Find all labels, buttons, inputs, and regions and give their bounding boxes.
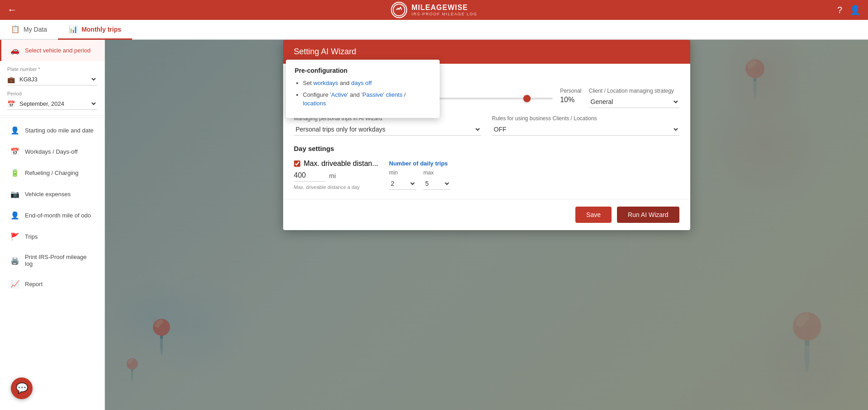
sidebar-item-workdays-label: Workdays / Days-off — [25, 148, 78, 155]
user-avatar-icon[interactable]: 👤 — [849, 5, 861, 15]
max-dist-checkbox[interactable] — [294, 160, 300, 167]
sidebar-item-end-of-month-label: End-of-month mile of odo — [25, 212, 91, 219]
sidebar-item-trips[interactable]: 🚩 Trips — [0, 226, 104, 247]
min-label: min — [389, 170, 416, 176]
tab-monthly-trips-label: Monthly trips — [81, 26, 121, 33]
sidebar-item-report[interactable]: 📈 Report — [0, 273, 104, 295]
logo-subtitle: IRS-PROOF MILEAGE LOG — [412, 12, 478, 16]
max-label: max — [423, 170, 451, 176]
locations-link[interactable]: locations — [303, 100, 326, 107]
max-dist-input[interactable] — [294, 170, 326, 182]
sidebar-item-end-of-month[interactable]: 👤 End-of-month mile of odo — [0, 205, 104, 226]
period-dropdown[interactable]: 📅 September, 2024 — [7, 98, 97, 110]
vehicle-section: Plate number * 💼 KG8J3 Period 📅 Septembe… — [0, 61, 104, 116]
monthly-trips-icon: 📊 — [69, 25, 78, 33]
pre-config-item-2: Configure 'Active' and 'Passive' clients… — [303, 90, 431, 108]
max-select[interactable]: 3 4 5 6 7 8 10 — [423, 178, 451, 190]
sidebar-item-workdays[interactable]: 📅 Workdays / Days-off — [0, 141, 104, 162]
max-dist-col: Max. driveable distan... mi Max. driveab… — [294, 160, 379, 190]
period-select[interactable]: September, 2024 — [18, 100, 97, 108]
period-label: Period — [7, 91, 97, 96]
tab-my-data[interactable]: 📋 My Data — [0, 20, 58, 40]
chat-icon: 💬 — [16, 382, 28, 394]
client-location-col: Client / Location managing strategy Gene… — [589, 88, 679, 108]
briefcase-icon: 💼 — [7, 76, 15, 83]
managing-personal-select[interactable]: Personal trips only for workdays All day… — [294, 123, 481, 136]
pre-config-popover: Pre-configuration Set workdays and days … — [286, 60, 440, 118]
daily-trips-min: min 1 2 3 4 5 — [389, 170, 416, 190]
sidebar-item-vehicle-expenses[interactable]: 📷 Vehicle expenses — [0, 184, 104, 205]
min-select[interactable]: 1 2 3 4 5 — [389, 178, 416, 190]
managing-row: Managing personal trips in AI Wizard Per… — [294, 115, 679, 136]
passive-clients-link[interactable]: 'Passive' clients — [361, 91, 403, 98]
main-layout: 🚗 Select vehicle and period Plate number… — [0, 40, 868, 410]
plate-number-select[interactable]: KG8J3 — [18, 75, 97, 83]
days-off-link[interactable]: days off — [351, 80, 371, 86]
rules-label: Rules for using business Clients / Locat… — [492, 115, 679, 122]
chat-button[interactable]: 💬 — [11, 377, 33, 399]
sidebar-item-trips-label: Trips — [25, 233, 38, 240]
managing-personal-col: Managing personal trips in AI Wizard Per… — [294, 115, 481, 136]
sidebar-item-refueling-label: Refueling / Charging — [25, 170, 79, 176]
sidebar-item-select-vehicle[interactable]: 🚗 Select vehicle and period — [0, 40, 104, 61]
personal-col: Personal 10% — [560, 88, 581, 106]
pre-config-title: Pre-configuration — [295, 67, 431, 74]
max-dist-checkbox-row: Max. driveable distan... — [294, 160, 379, 168]
logo-title: MILEAGEWISE — [412, 4, 478, 12]
back-button[interactable]: ← — [7, 4, 17, 16]
rules-col: Rules for using business Clients / Locat… — [492, 115, 679, 136]
max-dist-unit: mi — [329, 172, 336, 179]
modal-footer: Save Run AI Wizard — [283, 199, 690, 230]
top-bar: ← MILEAGEWISE IRS-PROOF MILEAGE LOG ? 👤 — [0, 0, 868, 20]
refueling-icon: 🔋 — [10, 169, 19, 177]
sidebar: 🚗 Select vehicle and period Plate number… — [0, 40, 105, 410]
logo-text-group: MILEAGEWISE IRS-PROOF MILEAGE LOG — [412, 4, 478, 16]
rules-select[interactable]: OFF ON — [492, 123, 679, 136]
ai-wizard-modal: Setting AI Wizard Pre-configuration Set … — [283, 40, 690, 230]
daily-trips-col: Number of daily trips min 1 2 3 4 — [389, 160, 451, 190]
sidebar-item-starting-odo[interactable]: 👤 Starting odo mile and date — [0, 120, 104, 141]
report-icon: 📈 — [10, 280, 19, 288]
active-clients-link[interactable]: 'Active' — [330, 91, 348, 98]
modal-title: Setting AI Wizard — [294, 47, 356, 56]
daily-trips-max: max 3 4 5 6 7 8 10 — [423, 170, 451, 190]
tab-monthly-trips[interactable]: 📊 Monthly trips — [58, 20, 132, 40]
workdays-icon: 📅 — [10, 147, 19, 156]
sidebar-item-refueling[interactable]: 🔋 Refueling / Charging — [0, 162, 104, 184]
sidebar-item-print-irs-label: Print IRS-Proof mileage log — [25, 254, 95, 267]
plate-number-label: Plate number * — [7, 66, 97, 72]
sidebar-item-report-label: Report — [25, 281, 43, 287]
tab-bar: 📋 My Data 📊 Monthly trips — [0, 20, 868, 40]
pre-config-list: Set workdays and days off Configure 'Act… — [295, 79, 431, 108]
personal-value: 10% — [560, 96, 581, 104]
max-dist-sub: Max. driveable distance a day — [294, 184, 379, 190]
sidebar-item-vehicle-expenses-label: Vehicle expenses — [25, 191, 71, 198]
client-location-select[interactable]: General Active Passive — [589, 96, 679, 108]
calendar-icon: 📅 — [7, 100, 15, 108]
logo-icon — [391, 2, 407, 18]
max-dist-label: Max. driveable distan... — [304, 160, 379, 168]
run-ai-wizard-button[interactable]: Run AI Wizard — [617, 207, 679, 223]
vehicle-expenses-icon: 📷 — [10, 190, 19, 198]
workdays-link[interactable]: workdays — [313, 80, 338, 86]
print-irs-icon: 🖨️ — [10, 256, 19, 265]
select-vehicle-icon: 🚗 — [10, 46, 19, 55]
sidebar-item-starting-odo-label: Starting odo mile and date — [25, 127, 94, 134]
daily-trips-row: min 1 2 3 4 5 — [389, 170, 451, 190]
day-settings-section: Day settings Max. driveable distan... mi — [283, 145, 690, 199]
daily-trips-title: Number of daily trips — [389, 160, 451, 167]
help-icon[interactable]: ? — [837, 5, 842, 15]
period-section: Period 📅 September, 2024 — [7, 91, 97, 110]
top-bar-right: ? 👤 — [837, 5, 861, 15]
client-location-label: Client / Location managing strategy — [589, 88, 679, 94]
sidebar-item-print-irs[interactable]: 🖨️ Print IRS-Proof mileage log — [0, 247, 104, 273]
sidebar-item-select-vehicle-label: Select vehicle and period — [25, 47, 90, 54]
starting-odo-icon: 👤 — [10, 126, 19, 135]
tab-my-data-label: My Data — [24, 26, 47, 33]
save-button[interactable]: Save — [575, 207, 612, 223]
pre-config-item-1: Set workdays and days off — [303, 79, 431, 88]
day-settings-title: Day settings — [294, 145, 679, 152]
personal-label: Personal — [560, 88, 581, 94]
max-dist-input-row: mi — [294, 170, 379, 182]
plate-number-dropdown[interactable]: 💼 KG8J3 — [7, 74, 97, 85]
